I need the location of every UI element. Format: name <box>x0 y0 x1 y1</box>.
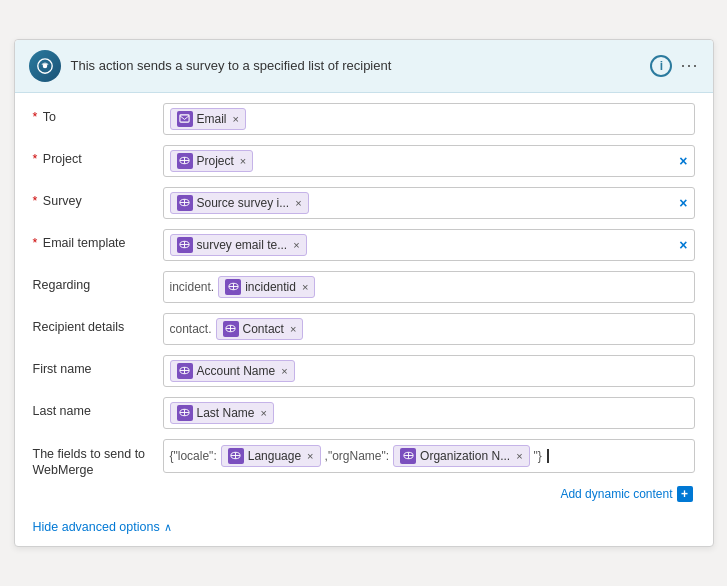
add-dynamic-label: Add dynamic content <box>560 487 672 501</box>
token-icon-email <box>177 111 193 127</box>
token-incidentid: incidentid × <box>218 276 315 298</box>
token-account-name: Account Name × <box>170 360 295 382</box>
label-webmerge: The fields to send to WebMerge <box>33 439 163 479</box>
control-project[interactable]: Project × × <box>163 145 695 177</box>
control-to[interactable]: Email × <box>163 103 695 135</box>
control-lastname[interactable]: Last Name × <box>163 397 695 429</box>
more-button[interactable]: ··· <box>680 55 698 76</box>
form-body: * To Email × * Project <box>15 93 713 515</box>
control-webmerge[interactable]: {"locale": Language × ,"orgName": Organi… <box>163 439 695 473</box>
token-email: Email × <box>170 108 246 130</box>
label-survey: * Survey <box>33 187 163 208</box>
token-survey: Source survey i... × <box>170 192 309 214</box>
field-row-regarding: Regarding incident. incidentid × <box>33 271 695 305</box>
clear-email-template[interactable]: × <box>679 237 687 253</box>
token-language-remove[interactable]: × <box>307 450 313 462</box>
label-lastname: Last name <box>33 397 163 418</box>
label-email-template: * Email template <box>33 229 163 250</box>
control-email-template[interactable]: survey email te... × × <box>163 229 695 261</box>
token-email-template-remove[interactable]: × <box>293 239 299 251</box>
recipient-prefix: contact. <box>170 322 212 336</box>
token-org-name-remove[interactable]: × <box>516 450 522 462</box>
label-regarding: Regarding <box>33 271 163 292</box>
webmerge-suffix: "} <box>534 449 542 463</box>
header-title: This action sends a survey to a specifie… <box>71 58 641 73</box>
token-icon-language <box>228 448 244 464</box>
token-project-remove[interactable]: × <box>240 155 246 167</box>
webmerge-between: ,"orgName": <box>325 449 390 463</box>
regarding-prefix: incident. <box>170 280 215 294</box>
field-row-survey: * Survey Source survey i... × × <box>33 187 695 221</box>
token-email-remove[interactable]: × <box>233 113 239 125</box>
field-row-email-template: * Email template survey email te... × × <box>33 229 695 263</box>
hide-advanced-button[interactable]: Hide advanced options ∧ <box>15 514 713 534</box>
field-row-firstname: First name Account Name × <box>33 355 695 389</box>
info-button[interactable]: i <box>650 55 672 77</box>
token-language: Language × <box>221 445 321 467</box>
token-last-name: Last Name × <box>170 402 274 424</box>
add-dynamic-content-button[interactable]: Add dynamic content + <box>560 486 692 502</box>
field-row-lastname: Last name Last Name × <box>33 397 695 431</box>
svg-rect-2 <box>180 115 189 122</box>
header-actions: i ··· <box>650 55 698 77</box>
control-firstname[interactable]: Account Name × <box>163 355 695 387</box>
token-icon-contact <box>223 321 239 337</box>
label-recipient: Recipient details <box>33 313 163 334</box>
action-card: This action sends a survey to a specifie… <box>14 39 714 548</box>
token-icon-email-template <box>177 237 193 253</box>
text-cursor <box>547 449 549 463</box>
label-to: * To <box>33 103 163 124</box>
token-survey-remove[interactable]: × <box>295 197 301 209</box>
token-icon-incidentid <box>225 279 241 295</box>
control-recipient[interactable]: contact. Contact × <box>163 313 695 345</box>
token-account-name-remove[interactable]: × <box>281 365 287 377</box>
dynamic-content-row: Add dynamic content + <box>33 486 695 502</box>
token-icon-last-name <box>177 405 193 421</box>
clear-survey[interactable]: × <box>679 195 687 211</box>
token-icon-project <box>177 153 193 169</box>
token-incidentid-remove[interactable]: × <box>302 281 308 293</box>
token-icon-account-name <box>177 363 193 379</box>
token-org-name: Organization N... × <box>393 445 529 467</box>
token-last-name-remove[interactable]: × <box>261 407 267 419</box>
token-project: Project × <box>170 150 254 172</box>
field-row-recipient: Recipient details contact. Contact × <box>33 313 695 347</box>
token-icon-survey <box>177 195 193 211</box>
field-row-project: * Project Project × × <box>33 145 695 179</box>
app-icon <box>29 50 61 82</box>
token-icon-org-name <box>400 448 416 464</box>
plus-icon: + <box>677 486 693 502</box>
token-email-template: survey email te... × <box>170 234 307 256</box>
label-project: * Project <box>33 145 163 166</box>
webmerge-prefix: {"locale": <box>170 449 217 463</box>
control-survey[interactable]: Source survey i... × × <box>163 187 695 219</box>
token-contact: Contact × <box>216 318 304 340</box>
chevron-up-icon: ∧ <box>164 521 172 534</box>
label-firstname: First name <box>33 355 163 376</box>
hide-advanced-label: Hide advanced options <box>33 520 160 534</box>
clear-project[interactable]: × <box>679 153 687 169</box>
svg-point-1 <box>42 64 47 69</box>
card-header: This action sends a survey to a specifie… <box>15 40 713 93</box>
token-contact-remove[interactable]: × <box>290 323 296 335</box>
field-row-to: * To Email × <box>33 103 695 137</box>
field-row-webmerge: The fields to send to WebMerge {"locale"… <box>33 439 695 479</box>
control-regarding[interactable]: incident. incidentid × <box>163 271 695 303</box>
